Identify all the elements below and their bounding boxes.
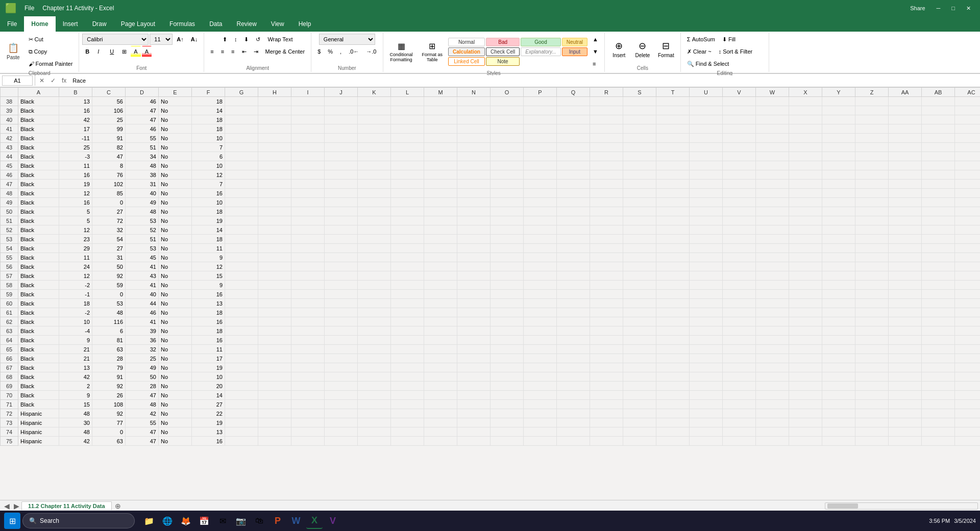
cell-empty[interactable] xyxy=(291,207,325,216)
taskbar-search[interactable]: 🔍 Search xyxy=(22,513,135,528)
cell-empty[interactable] xyxy=(590,143,623,152)
cell-empty[interactable] xyxy=(225,336,258,345)
cell-empty[interactable] xyxy=(922,170,955,180)
taskbar-calendar-icon[interactable]: 📅 xyxy=(196,513,212,529)
cell-empty[interactable] xyxy=(723,180,756,189)
cell-empty[interactable] xyxy=(524,437,557,446)
cell-empty[interactable] xyxy=(291,363,325,372)
cell-empty[interactable] xyxy=(756,317,789,326)
cell-empty[interactable] xyxy=(623,400,656,409)
cell-d74[interactable]: 47 xyxy=(126,427,159,437)
cell-empty[interactable] xyxy=(524,134,557,143)
formula-input[interactable] xyxy=(70,75,978,86)
font-color-button[interactable]: A xyxy=(142,46,152,57)
cell-empty[interactable] xyxy=(723,225,756,235)
cell-empty[interactable] xyxy=(391,336,424,345)
cell-empty[interactable] xyxy=(690,317,723,326)
cell-d73[interactable]: 55 xyxy=(126,418,159,427)
cell-empty[interactable] xyxy=(225,170,258,180)
style-normal[interactable]: Normal xyxy=(448,38,485,46)
cell-empty[interactable] xyxy=(656,391,690,400)
cell-empty[interactable] xyxy=(656,308,690,317)
cell-empty[interactable] xyxy=(789,354,822,363)
cell-empty[interactable] xyxy=(822,354,855,363)
cell-empty[interactable] xyxy=(391,391,424,400)
cell-empty[interactable] xyxy=(889,216,922,225)
cell-empty[interactable] xyxy=(557,106,590,115)
cell-empty[interactable] xyxy=(557,418,590,427)
cell-empty[interactable] xyxy=(955,299,981,308)
cell-empty[interactable] xyxy=(623,363,656,372)
cell-empty[interactable] xyxy=(789,437,822,446)
cell-empty[interactable] xyxy=(424,427,457,437)
cell-empty[interactable] xyxy=(656,180,690,189)
cell-empty[interactable] xyxy=(557,290,590,299)
cell-empty[interactable] xyxy=(723,244,756,253)
cell-empty[interactable] xyxy=(855,409,889,418)
cell-empty[interactable] xyxy=(258,216,291,225)
cell-a49[interactable]: Black xyxy=(18,198,59,207)
cell-empty[interactable] xyxy=(955,372,981,382)
cell-c39[interactable]: 106 xyxy=(92,106,126,115)
cell-e52[interactable]: No xyxy=(159,225,192,235)
cell-empty[interactable] xyxy=(590,409,623,418)
cell-empty[interactable] xyxy=(325,161,358,170)
share-button[interactable]: Share xyxy=(906,4,929,12)
cell-empty[interactable] xyxy=(325,418,358,427)
cell-empty[interactable] xyxy=(491,207,524,216)
cell-empty[interactable] xyxy=(524,345,557,354)
cell-empty[interactable] xyxy=(358,354,391,363)
clear-button[interactable]: ✗ Clear ~ xyxy=(684,46,715,57)
cell-empty[interactable] xyxy=(258,161,291,170)
cell-empty[interactable] xyxy=(391,207,424,216)
cell-empty[interactable] xyxy=(358,400,391,409)
cell-d48[interactable]: 40 xyxy=(126,189,159,198)
cell-empty[interactable] xyxy=(756,198,789,207)
cell-empty[interactable] xyxy=(457,317,491,326)
cell-empty[interactable] xyxy=(524,161,557,170)
cell-empty[interactable] xyxy=(590,391,623,400)
cell-empty[interactable] xyxy=(623,180,656,189)
cell-e63[interactable]: No xyxy=(159,326,192,336)
cell-empty[interactable] xyxy=(391,354,424,363)
cell-empty[interactable] xyxy=(457,180,491,189)
cell-empty[interactable] xyxy=(358,372,391,382)
cell-empty[interactable] xyxy=(855,134,889,143)
cell-empty[interactable] xyxy=(656,97,690,106)
cell-empty[interactable] xyxy=(723,271,756,281)
col-header-z[interactable]: Z xyxy=(855,88,889,97)
row-header[interactable]: 44 xyxy=(1,152,18,161)
cell-empty[interactable] xyxy=(457,345,491,354)
cell-empty[interactable] xyxy=(690,354,723,363)
cell-c54[interactable]: 27 xyxy=(92,244,126,253)
style-check-cell[interactable]: Check Cell xyxy=(486,47,520,56)
cell-b48[interactable]: 12 xyxy=(59,189,92,198)
cell-empty[interactable] xyxy=(491,382,524,391)
cell-empty[interactable] xyxy=(557,363,590,372)
cell-empty[interactable] xyxy=(225,216,258,225)
cell-empty[interactable] xyxy=(557,115,590,124)
cell-f73[interactable]: 19 xyxy=(192,418,225,427)
cell-empty[interactable] xyxy=(491,336,524,345)
cell-empty[interactable] xyxy=(756,345,789,354)
cell-f64[interactable]: 16 xyxy=(192,336,225,345)
cell-a51[interactable]: Black xyxy=(18,216,59,225)
cell-empty[interactable] xyxy=(955,235,981,244)
cell-empty[interactable] xyxy=(258,363,291,372)
add-sheet-button[interactable]: ⊕ xyxy=(112,501,124,511)
cell-empty[interactable] xyxy=(358,225,391,235)
cell-empty[interactable] xyxy=(822,225,855,235)
cell-empty[interactable] xyxy=(524,372,557,382)
cell-empty[interactable] xyxy=(491,124,524,134)
cell-empty[interactable] xyxy=(225,409,258,418)
row-header[interactable]: 62 xyxy=(1,317,18,326)
cell-f72[interactable]: 22 xyxy=(192,409,225,418)
cell-empty[interactable] xyxy=(922,106,955,115)
cell-empty[interactable] xyxy=(623,143,656,152)
cell-empty[interactable] xyxy=(955,189,981,198)
cell-empty[interactable] xyxy=(491,363,524,372)
row-header[interactable]: 52 xyxy=(1,225,18,235)
cell-empty[interactable] xyxy=(424,207,457,216)
cell-empty[interactable] xyxy=(291,143,325,152)
cell-empty[interactable] xyxy=(623,382,656,391)
